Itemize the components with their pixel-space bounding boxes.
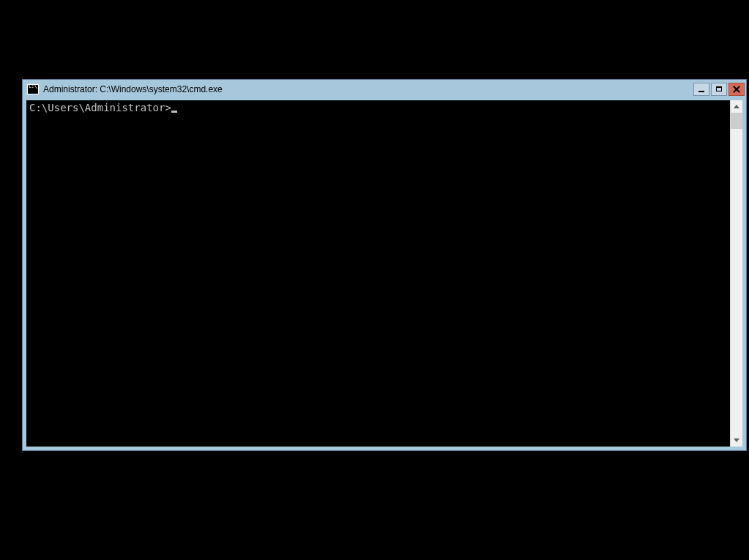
minimize-icon bbox=[698, 91, 704, 92]
console-output[interactable]: C:\Users\Administrator> bbox=[26, 100, 730, 447]
chevron-up-icon bbox=[734, 105, 739, 108]
window-title: Administrator: C:\Windows\system32\cmd.e… bbox=[43, 84, 693, 94]
vertical-scrollbar[interactable] bbox=[730, 100, 742, 447]
text-cursor bbox=[171, 111, 177, 113]
scroll-track[interactable] bbox=[731, 113, 742, 434]
client-area: C:\Users\Administrator> bbox=[26, 100, 742, 447]
scroll-down-button[interactable] bbox=[731, 434, 742, 447]
maximize-icon bbox=[716, 86, 722, 92]
close-button[interactable] bbox=[728, 83, 745, 96]
chevron-down-icon bbox=[734, 438, 739, 442]
minimize-button[interactable] bbox=[693, 83, 709, 96]
close-icon bbox=[733, 86, 740, 93]
window-controls bbox=[693, 83, 745, 96]
scroll-up-button[interactable] bbox=[731, 100, 742, 113]
cmd-icon bbox=[27, 84, 39, 94]
cmd-window: Administrator: C:\Windows\system32\cmd.e… bbox=[22, 79, 747, 451]
maximize-button[interactable] bbox=[711, 83, 727, 96]
prompt-text: C:\Users\Administrator> bbox=[29, 102, 171, 113]
titlebar[interactable]: Administrator: C:\Windows\system32\cmd.e… bbox=[23, 80, 746, 98]
scroll-thumb[interactable] bbox=[731, 113, 742, 129]
